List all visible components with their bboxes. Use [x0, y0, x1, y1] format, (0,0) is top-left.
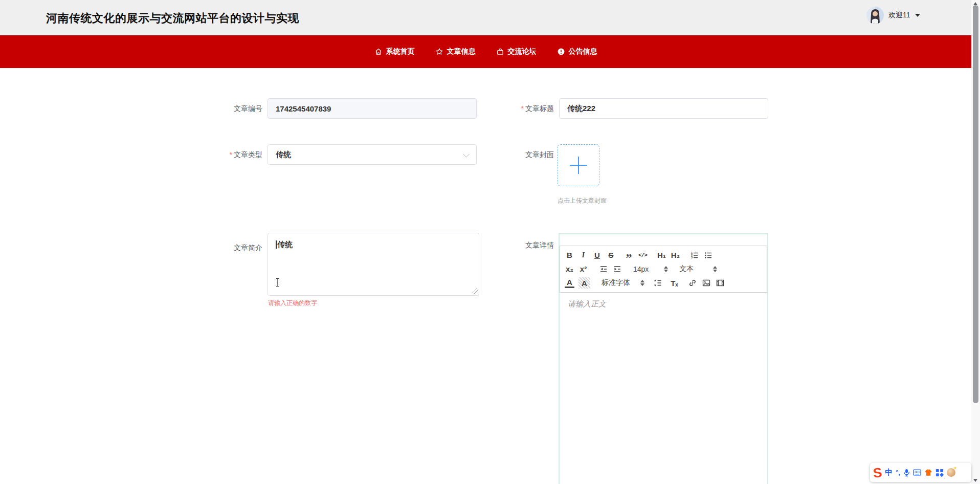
indent-icon — [613, 265, 622, 274]
grid-icon — [936, 469, 944, 477]
article-intro-value: 传统 — [277, 240, 293, 249]
link-icon — [688, 278, 697, 288]
highlight-button[interactable]: A — [578, 277, 590, 289]
image-button[interactable] — [701, 277, 711, 289]
code-button[interactable]: </> — [638, 250, 648, 261]
article-no-input[interactable]: 1742545407839 — [268, 98, 477, 119]
link-button[interactable] — [687, 277, 697, 289]
article-intro-label: 文章简介 — [170, 244, 262, 253]
main-nav: 系统首页 文章信息 交流论坛 公告信息 — [0, 35, 971, 68]
plus-icon — [570, 157, 587, 174]
ime-toolbar[interactable]: S 中 °, — [870, 463, 971, 482]
article-type-label: *文章类型 — [170, 150, 262, 160]
video-icon — [716, 278, 725, 288]
header2-button[interactable]: H₂ — [671, 250, 680, 261]
user-menu[interactable]: 欢迎11 — [866, 6, 920, 25]
article-detail-editor[interactable]: B I U S ” </> H₁ H₂ 1 2 3 — [559, 233, 768, 484]
nav-item-forum[interactable]: 交流论坛 — [496, 47, 537, 56]
line-height-icon — [653, 278, 662, 288]
updown-arrows-icon[interactable] — [664, 266, 668, 272]
line-height-button[interactable] — [653, 277, 662, 289]
article-cover-label: 文章封面 — [462, 150, 554, 160]
bold-button[interactable]: B — [565, 250, 574, 261]
font-family-select[interactable]: 标准字体 — [602, 277, 630, 289]
outdent-button[interactable] — [598, 263, 608, 275]
bullet-list-icon — [704, 251, 713, 260]
ime-emoji-button[interactable] — [947, 468, 955, 477]
video-button[interactable] — [715, 277, 725, 289]
nav-item-label: 系统首页 — [386, 47, 415, 56]
resize-handle[interactable] — [472, 289, 478, 294]
toolbar-row-2: x₂ x² 14px 文本 — [565, 262, 762, 276]
italic-button[interactable]: I — [578, 250, 588, 261]
article-detail-label: 文章详情 — [462, 241, 554, 250]
nav-item-label: 交流论坛 — [508, 47, 537, 56]
page-title: 河南传统文化的展示与交流网站平台的设计与实现 — [46, 11, 299, 26]
article-type-select[interactable]: 传统 — [268, 144, 477, 165]
ime-skin-button[interactable] — [924, 469, 932, 476]
nav-item-label: 文章信息 — [447, 47, 476, 56]
toolbar-row-3: A A 标准字体 Tₓ — [565, 276, 762, 290]
ime-punctuation-button[interactable]: °, — [896, 469, 900, 476]
shirt-icon — [924, 469, 932, 476]
info-icon — [557, 48, 565, 56]
updown-arrows-icon[interactable] — [713, 266, 717, 272]
bag-icon — [496, 48, 504, 56]
upload-hint: 点击上传文章封面 — [558, 196, 607, 205]
article-no-label: 文章编号 — [170, 104, 262, 114]
scrollbar-thumb[interactable] — [973, 5, 978, 403]
ordered-list-icon: 1 2 3 — [690, 251, 699, 260]
bullet-list-button[interactable] — [703, 250, 713, 261]
blockquote-button[interactable]: ” — [624, 247, 634, 263]
welcome-label: 欢迎11 — [888, 11, 910, 20]
microphone-icon — [903, 469, 910, 477]
image-icon — [702, 278, 711, 288]
scroll-down-button[interactable] — [973, 479, 977, 482]
underline-button[interactable]: U — [592, 250, 602, 261]
ime-toolbox-button[interactable] — [936, 469, 944, 477]
text-caret — [276, 240, 277, 249]
sogou-logo[interactable]: S — [873, 466, 883, 480]
updown-arrows-icon[interactable] — [640, 280, 644, 286]
indent-button[interactable] — [612, 263, 622, 275]
ime-mic-button[interactable] — [903, 469, 910, 477]
header1-button[interactable]: H₁ — [657, 250, 666, 261]
font-size-select[interactable]: 14px — [633, 263, 649, 275]
keyboard-icon — [913, 469, 921, 476]
intro-error-text: 请输入正确的数字 — [268, 299, 317, 307]
font-color-button[interactable]: A — [565, 278, 574, 288]
avatar[interactable] — [866, 7, 884, 24]
article-type-value: 传统 — [276, 150, 291, 160]
ime-keyboard-button[interactable] — [913, 469, 921, 476]
scrollbar[interactable] — [971, 0, 980, 484]
article-title-value: 传统222 — [567, 104, 595, 114]
outdent-icon — [599, 265, 608, 274]
chevron-down-icon — [915, 14, 920, 17]
superscript-button[interactable]: x² — [578, 263, 588, 275]
strikethrough-button[interactable]: S — [606, 250, 616, 261]
nav-item-articles[interactable]: 文章信息 — [435, 47, 476, 56]
nav-item-home[interactable]: 系统首页 — [374, 47, 415, 56]
ordered-list-button[interactable]: 1 2 3 — [689, 250, 699, 261]
article-title-label: *文章标题 — [462, 104, 554, 114]
nav-item-notices[interactable]: 公告信息 — [557, 47, 597, 56]
clear-format-button[interactable]: Tₓ — [670, 277, 679, 289]
star-icon — [435, 48, 443, 56]
article-intro-textarea[interactable]: 传统 — [268, 233, 479, 296]
page: 河南传统文化的展示与交流网站平台的设计与实现 欢迎11 — [0, 0, 980, 484]
subscript-button[interactable]: x₂ — [565, 263, 574, 275]
avatar-photo — [866, 7, 884, 24]
emoji-icon — [947, 468, 955, 477]
article-cover-upload[interactable] — [558, 144, 599, 186]
required-asterisk: * — [230, 150, 232, 159]
header-bar: 河南传统文化的展示与交流网站平台的设计与实现 欢迎11 — [0, 0, 971, 35]
nav-item-label: 公告信息 — [569, 47, 597, 56]
required-asterisk: * — [521, 104, 524, 113]
article-title-input[interactable]: 传统222 — [559, 98, 768, 119]
svg-text:3: 3 — [691, 256, 693, 259]
editor-placeholder: 请输入正文 — [568, 299, 606, 309]
ibeam-cursor-icon — [275, 278, 280, 289]
article-no-value: 1742545407839 — [276, 104, 331, 113]
ime-mode-button[interactable]: 中 — [885, 468, 893, 477]
text-format-select[interactable]: 文本 — [679, 263, 694, 275]
